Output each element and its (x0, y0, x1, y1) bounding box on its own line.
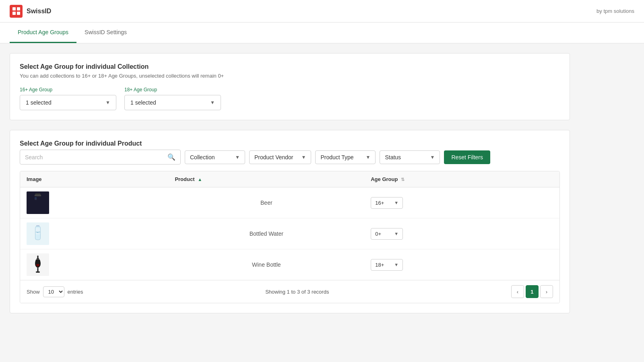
tab-nav: Product Age Groups SwissID Settings (10, 23, 634, 43)
search-box[interactable]: 🔍 (20, 150, 181, 165)
product-name-cell: Bottled Water (168, 218, 364, 249)
table-row: Beer16+▼ (20, 187, 559, 218)
collection-filter-label: Collection (190, 154, 215, 160)
table-footer: Show 10 25 50 entries Showing 1 to 3 of … (20, 280, 559, 303)
sort-asc-icon: ▲ (198, 177, 202, 182)
col-product[interactable]: Product ▲ (168, 171, 364, 187)
filters-row: 🔍 Collection ▼ Product Vendor ▼ Product … (20, 150, 560, 165)
product-image-cell (20, 187, 168, 218)
type-filter-select[interactable]: Product Type ▼ (315, 150, 376, 164)
main-content: Select Age Group for individual Collecti… (0, 43, 580, 333)
collection-filter-select[interactable]: Collection ▼ (185, 150, 245, 164)
age-group-18-value: 1 selected (130, 99, 156, 106)
chevron-down-icon: ▼ (210, 100, 215, 105)
page-1-button[interactable]: 1 (526, 285, 539, 298)
chevron-down-icon: ▼ (430, 154, 435, 160)
logo-dot (17, 12, 20, 15)
logo-area: SwissID (10, 5, 51, 18)
logo-dot (17, 7, 20, 10)
chevron-down-icon: ▼ (394, 200, 398, 205)
age-group-18-field: 18+ Age Group 1 selected ▼ (124, 87, 221, 110)
svg-rect-11 (37, 268, 38, 272)
status-filter-select[interactable]: Status ▼ (380, 150, 440, 164)
table-row: Wine Bottle18+▼ (20, 249, 559, 280)
product-image-cell (20, 249, 168, 280)
svg-rect-4 (35, 199, 37, 200)
age-group-row: 16+ Age Group 1 selected ▼ 18+ Age Group… (20, 87, 560, 110)
product-name-cell: Wine Bottle (168, 249, 364, 280)
app-header: SwissID by tpm solutions (0, 0, 644, 23)
entries-label: entries (68, 289, 83, 295)
vendor-filter-select[interactable]: Product Vendor ▼ (249, 150, 311, 164)
chevron-down-icon: ▼ (301, 154, 306, 160)
table-row: H₂O Bottled Water0+▼ (20, 218, 559, 249)
reset-filters-button[interactable]: Reset Filters (444, 150, 490, 164)
app-title: SwissID (27, 8, 51, 15)
product-table-container: Image Product ▲ Age Group ⇅ (20, 171, 560, 303)
age-group-16-label: 16+ Age Group (20, 87, 116, 93)
svg-rect-10 (37, 258, 39, 259)
sort-icon: ⇅ (401, 177, 405, 182)
logo-dot (12, 12, 16, 15)
records-info: Showing 1 to 3 of 3 records (265, 289, 329, 295)
chevron-down-icon: ▼ (394, 262, 398, 267)
svg-text:H₂O: H₂O (36, 231, 40, 233)
age-group-cell: 16+▼ (364, 187, 559, 218)
age-group-collection-card: Select Age Group for individual Collecti… (10, 53, 570, 120)
age-group-dropdown[interactable]: 18+▼ (371, 259, 403, 271)
age-group-dropdown[interactable]: 0+▼ (371, 228, 403, 240)
col-image: Image (20, 171, 168, 187)
age-group-18-label: 18+ Age Group (124, 87, 221, 93)
type-filter-label: Product Type (320, 154, 353, 160)
age-group-16-select[interactable]: 1 selected ▼ (20, 95, 116, 110)
age-group-dropdown[interactable]: 16+▼ (371, 197, 403, 209)
age-group-cell: 0+▼ (364, 218, 559, 249)
tabs-container: Product Age Groups SwissID Settings (0, 23, 644, 43)
table-header-row: Image Product ▲ Age Group ⇅ (20, 171, 559, 187)
status-filter-label: Status (385, 154, 401, 160)
prev-page-button[interactable]: ‹ (511, 285, 524, 298)
chevron-down-icon: ▼ (366, 154, 371, 160)
collection-section-title: Select Age Group for individual Collecti… (20, 63, 560, 70)
svg-rect-12 (36, 272, 40, 273)
col-age-group[interactable]: Age Group ⇅ (364, 171, 559, 187)
search-icon: 🔍 (167, 153, 175, 161)
chevron-down-icon: ▼ (235, 154, 240, 160)
logo-icon (10, 5, 23, 18)
product-image-cell: H₂O (20, 218, 168, 249)
product-section-title: Select Age Group for individual Product (20, 140, 560, 147)
age-group-16-value: 1 selected (26, 99, 52, 106)
entries-select[interactable]: 10 25 50 (43, 286, 64, 297)
age-group-cell: 18+▼ (364, 249, 559, 280)
chevron-down-icon: ▼ (394, 231, 398, 236)
app-subtitle: by tpm solutions (597, 8, 634, 14)
tab-swissid-settings[interactable]: SwissID Settings (76, 23, 135, 43)
pagination: ‹ 1 › (511, 285, 553, 298)
product-table-card: Select Age Group for individual Product … (10, 130, 570, 313)
vendor-filter-label: Product Vendor (254, 154, 293, 160)
logo-dot (12, 7, 16, 10)
tab-product-age-groups[interactable]: Product Age Groups (10, 23, 76, 43)
age-group-18-select[interactable]: 1 selected ▼ (124, 95, 221, 110)
show-entries: Show 10 25 50 entries (27, 286, 83, 297)
product-name-cell: Beer (168, 187, 364, 218)
svg-rect-3 (35, 198, 37, 199)
collection-section-desc: You can add collections to 16+ or 18+ Ag… (20, 73, 560, 79)
show-label: Show (27, 289, 40, 295)
chevron-down-icon: ▼ (105, 100, 110, 105)
product-table: Image Product ▲ Age Group ⇅ (20, 171, 559, 280)
age-group-16-field: 16+ Age Group 1 selected ▼ (20, 87, 116, 110)
next-page-button[interactable]: › (540, 285, 553, 298)
search-input[interactable] (25, 154, 165, 160)
